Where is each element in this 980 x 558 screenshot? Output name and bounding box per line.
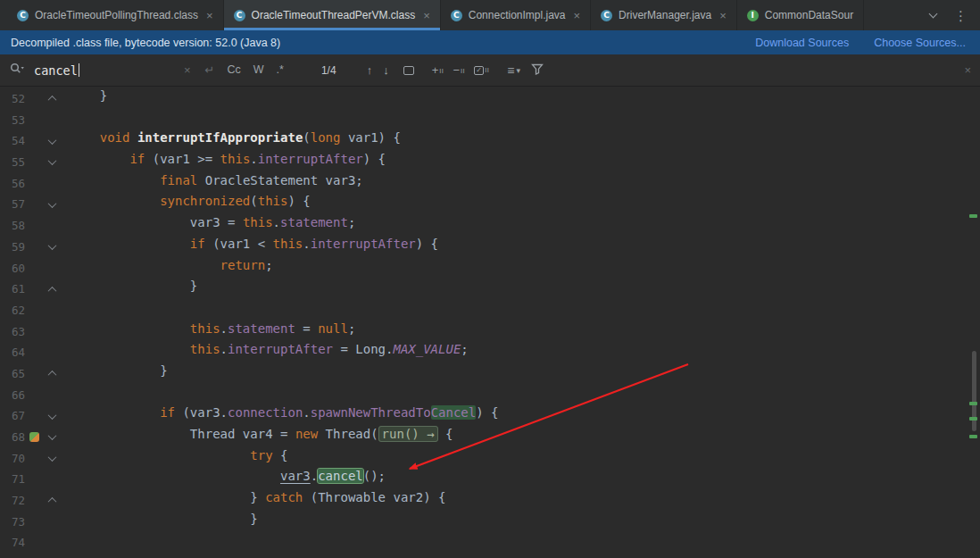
clear-search-icon[interactable]: ×	[184, 64, 191, 76]
add-occurrence-icon[interactable]: +II	[432, 64, 444, 76]
code-token: void	[100, 130, 130, 145]
fold-end-icon[interactable]	[47, 497, 56, 506]
code-text: this.interruptAfter = Long.MAX_VALUE;	[68, 342, 469, 363]
close-tab-icon[interactable]: ×	[719, 10, 727, 21]
file-type-icon: I	[747, 10, 759, 21]
lines-glyph: ≡	[507, 64, 514, 77]
fold-end-icon[interactable]	[47, 286, 56, 295]
code-token: }	[70, 363, 168, 378]
code-token: if	[190, 237, 205, 251]
code-token: ;	[348, 321, 355, 336]
code-line: 58 var3 = this.statement;	[0, 215, 980, 237]
code-line: 74	[0, 532, 980, 554]
code-text: var3 = this.statement;	[68, 215, 355, 237]
search-match-mark[interactable]	[969, 435, 977, 438]
chevron-down-icon: ▾	[517, 67, 521, 75]
code-token: (var1 >=	[145, 152, 220, 166]
file-type-icon: C	[234, 10, 245, 21]
close-tab-icon[interactable]: ×	[574, 10, 581, 21]
code-token: connection	[228, 405, 303, 420]
code-token: interruptAfter	[258, 152, 363, 166]
file-type-icon: C	[601, 10, 612, 21]
search-icon[interactable]	[9, 62, 25, 79]
code-text	[68, 110, 70, 131]
filter-lines-icon[interactable]: ≡▾	[507, 64, 520, 77]
code-token: MAX_VALUE	[393, 342, 461, 356]
tab-label: CommonDataSour	[765, 9, 853, 21]
fold-collapse-icon[interactable]	[47, 136, 56, 145]
line-number: 55	[0, 152, 25, 173]
code-token: .	[220, 321, 228, 336]
toggle-occurrences-icon[interactable]: ✓II	[474, 66, 489, 75]
code-line: 62	[0, 300, 980, 321]
fold-collapse-icon[interactable]	[47, 199, 56, 208]
newline-icon[interactable]: ↵	[205, 64, 215, 76]
search-input[interactable]: cancel	[34, 63, 184, 78]
fold-collapse-icon[interactable]	[47, 157, 56, 166]
next-match-icon[interactable]: ↓	[383, 64, 389, 76]
line-number: 71	[0, 469, 25, 490]
code-token: ) {	[416, 237, 438, 251]
code-token: ;	[265, 258, 272, 272]
remove-occurrence-icon[interactable]: −II	[453, 64, 465, 76]
editor-tab-bar: COracleTimeoutPollingThread.class×COracl…	[0, 0, 980, 30]
code-token	[129, 130, 137, 145]
code-text: void interruptIfAppropriate(long var1) {	[68, 130, 401, 152]
code-text: this.statement = null;	[68, 321, 355, 343]
editor-tab[interactable]: CConnectionImpl.java×	[441, 0, 591, 30]
select-all-occurrences-icon[interactable]	[403, 66, 414, 75]
code-token	[70, 258, 220, 272]
implements-icon[interactable]	[29, 432, 39, 442]
editor-tab[interactable]: COracleTimeoutThreadPerVM.class×	[224, 0, 441, 30]
tab-label: DriverManager.java	[619, 9, 711, 21]
hidden-tabs-chevron-icon[interactable]	[929, 9, 938, 18]
line-number: 63	[0, 321, 25, 343]
gutter: 52	[0, 88, 68, 110]
code-token: try	[250, 448, 272, 462]
more-options-icon[interactable]: ⋮	[954, 9, 968, 22]
code-token	[70, 130, 100, 145]
close-find-bar-icon[interactable]: ×	[964, 64, 971, 76]
fold-slot	[43, 497, 61, 504]
close-tab-icon[interactable]: ×	[206, 10, 213, 21]
search-match-mark[interactable]	[969, 402, 977, 405]
code-text: var3.cancel();	[68, 469, 386, 490]
line-number: 73	[0, 512, 25, 533]
gutter: 54	[0, 130, 68, 152]
filter-icon[interactable]	[531, 63, 544, 78]
code-area[interactable]: 52 }5354 void interruptIfAppropriate(lon…	[0, 87, 980, 554]
fold-collapse-icon[interactable]	[47, 431, 56, 440]
fold-end-icon[interactable]	[47, 96, 56, 104]
match-case-toggle[interactable]: Cc	[228, 64, 241, 76]
code-token: if	[160, 405, 175, 420]
code-token: this	[190, 321, 220, 336]
line-number: 65	[0, 363, 25, 385]
choose-sources-link[interactable]: Choose Sources...	[874, 37, 966, 49]
search-match-mark[interactable]	[969, 417, 977, 421]
gutter: 71	[0, 469, 68, 490]
close-tab-icon[interactable]: ×	[423, 10, 430, 21]
editor-tab[interactable]: CDriverManager.java×	[591, 0, 737, 30]
words-toggle[interactable]: W	[253, 64, 264, 76]
search-match-mark[interactable]	[969, 214, 977, 218]
prev-match-icon[interactable]: ↑	[367, 64, 373, 76]
fold-slot	[43, 138, 61, 145]
code-line: 66	[0, 385, 980, 406]
code-line: 64 this.interruptAfter = Long.MAX_VALUE;	[0, 342, 980, 363]
editor-tab[interactable]: COracleTimeoutPollingThread.class×	[7, 0, 224, 30]
fold-collapse-icon[interactable]	[47, 241, 56, 250]
download-sources-link[interactable]: Download Sources	[755, 37, 849, 49]
fold-end-icon[interactable]	[47, 371, 56, 379]
code-editor[interactable]: 52 }5354 void interruptIfAppropriate(lon…	[0, 87, 980, 558]
code-text: final OracleStatement var3;	[68, 173, 363, 195]
fold-collapse-icon[interactable]	[47, 411, 56, 420]
gutter: 67	[0, 405, 68, 427]
fold-collapse-icon[interactable]	[47, 453, 56, 462]
regex-toggle[interactable]: .*	[277, 64, 284, 76]
editor-tab[interactable]: ICommonDataSour	[737, 0, 864, 30]
code-text: }	[68, 512, 258, 533]
code-line: 55 if (var1 >= this.interruptAfter) {	[0, 152, 980, 173]
plus-glyph: +	[432, 64, 439, 76]
line-number: 68	[0, 427, 25, 448]
line-number: 52	[0, 88, 25, 110]
